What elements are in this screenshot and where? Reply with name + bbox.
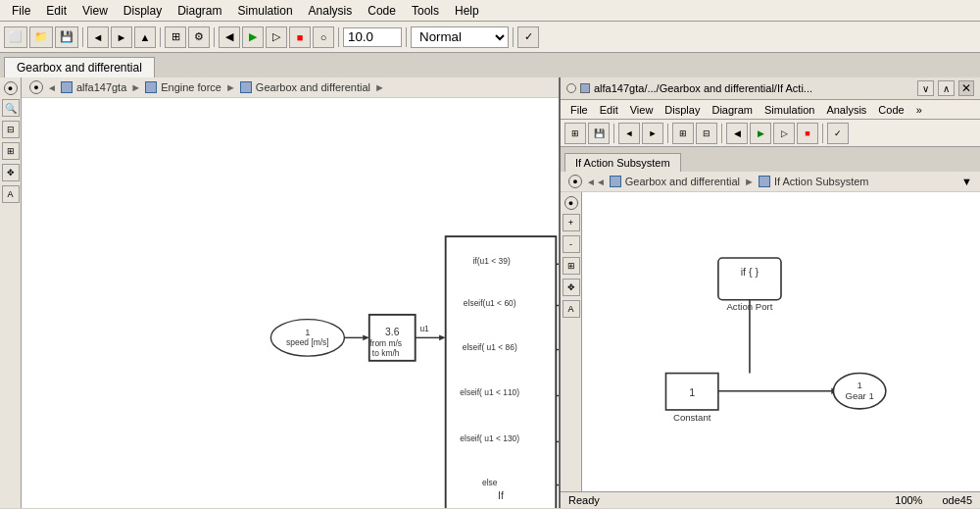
popup-breadcrumb-gearbox[interactable]: Gearbox and differential: [625, 176, 740, 187]
popup-menu-code[interactable]: Code: [872, 103, 909, 117]
popup-tb-back[interactable]: ◄: [618, 123, 640, 144]
popup-menu-more[interactable]: »: [910, 103, 928, 117]
nav-circle[interactable]: ●: [4, 81, 18, 95]
breadcrumb-engine-force[interactable]: Engine force: [161, 81, 221, 93]
menu-help[interactable]: Help: [447, 2, 487, 20]
menu-view[interactable]: View: [74, 2, 116, 20]
popup-statusbar: Ready 100% ode45: [561, 491, 980, 508]
breadcrumb-icon-3: [240, 81, 252, 93]
menu-file[interactable]: File: [4, 2, 38, 20]
text-btn[interactable]: A: [2, 185, 20, 203]
popup-icon-circle: [566, 83, 576, 93]
zoom-out-btn[interactable]: ⊟: [2, 121, 20, 138]
svg-text:to km/h: to km/h: [372, 348, 400, 358]
menu-tools[interactable]: Tools: [404, 2, 447, 20]
settings-button[interactable]: ⚙: [188, 26, 210, 48]
open-button[interactable]: 📁: [29, 26, 53, 48]
menu-diagram[interactable]: Diagram: [170, 2, 229, 20]
popup-tb-step[interactable]: ▷: [773, 123, 795, 144]
menu-display[interactable]: Display: [116, 2, 170, 20]
step-button[interactable]: ▷: [266, 26, 287, 48]
svg-rect-56: [718, 258, 781, 300]
menu-simulation[interactable]: Simulation: [230, 2, 301, 20]
separator-4: [338, 27, 339, 47]
popup-menu-edit[interactable]: Edit: [594, 103, 624, 117]
popup-status-ready: Ready: [568, 494, 600, 506]
forward-button[interactable]: ►: [111, 26, 132, 48]
popup-toolbar: ⊞ 💾 ◄ ► ⊞ ⊟ ◀ ▶ ▷ ■ ✓: [561, 120, 980, 147]
pause-button[interactable]: ○: [313, 26, 334, 48]
popup-breadcrumb-if-action[interactable]: If Action Subsystem: [774, 176, 869, 187]
svg-text:elseif( u1 < 86): elseif( u1 < 86): [463, 342, 517, 352]
mode-select[interactable]: Normal: [411, 26, 509, 48]
popup-sep-4: [822, 124, 823, 143]
left-sidebar: ● 🔍 ⊟ ⊞ ✥ A: [0, 77, 22, 508]
popup-breadcrumb: ● ◄◄ Gearbox and differential ► If Actio…: [561, 172, 980, 192]
menu-edit[interactable]: Edit: [38, 2, 74, 20]
popup-tb-fwd[interactable]: ►: [642, 123, 663, 144]
new-button[interactable]: ⬜: [4, 26, 27, 48]
popup-tb-zoom[interactable]: ⊞: [564, 123, 586, 144]
run-button[interactable]: ▶: [242, 26, 264, 48]
popup-text[interactable]: A: [563, 300, 580, 318]
popup-window: alfa147gta/.../Gearbox and differential/…: [559, 77, 980, 508]
main-tab[interactable]: Gearbox and differential: [4, 57, 155, 77]
menu-analysis[interactable]: Analysis: [301, 2, 361, 20]
popup-svg: if { } Action Port 1 Constant 1: [582, 192, 980, 491]
up-button[interactable]: ▲: [134, 26, 156, 48]
popup-menu-simulation[interactable]: Simulation: [759, 103, 820, 117]
breadcrumb-alfa147gta[interactable]: alfa147gta: [76, 81, 126, 93]
zoom-in-btn[interactable]: 🔍: [2, 99, 20, 117]
separator-2: [160, 27, 161, 47]
fit-btn[interactable]: ⊞: [2, 142, 20, 160]
menu-code[interactable]: Code: [360, 2, 404, 20]
popup-tab-if-action[interactable]: If Action Subsystem: [564, 153, 681, 172]
popup-sep-1: [613, 124, 614, 143]
popup-tb-play[interactable]: ▶: [750, 123, 771, 144]
svg-text:elseif(u1 < 60): elseif(u1 < 60): [464, 298, 516, 308]
popup-tb-copy2[interactable]: ⊟: [696, 123, 717, 144]
svg-text:Gear 1: Gear 1: [845, 390, 873, 401]
popup-titlebar: alfa147gta/.../Gearbox and differential/…: [561, 77, 980, 100]
popup-zoom-in[interactable]: +: [563, 214, 580, 231]
popup-title: alfa147gta/.../Gearbox and differential/…: [594, 82, 812, 94]
svg-text:else: else: [482, 478, 498, 487]
popup-sep-3: [721, 124, 722, 143]
svg-text:from m/s: from m/s: [369, 338, 402, 348]
popup-pan[interactable]: ✥: [563, 279, 580, 296]
popup-menu-file[interactable]: File: [564, 103, 594, 117]
check-button[interactable]: ✓: [517, 26, 539, 48]
popup-close-button[interactable]: ✕: [958, 80, 974, 96]
popup-menu-diagram[interactable]: Diagram: [706, 103, 759, 117]
popup-menu-analysis[interactable]: Analysis: [820, 103, 872, 117]
popup-min-button[interactable]: ∨: [917, 80, 934, 96]
popup-menu-view[interactable]: View: [624, 103, 660, 117]
popup-fit[interactable]: ⊞: [563, 257, 580, 275]
popup-nav-circle[interactable]: ●: [568, 175, 582, 188]
popup-breadcrumb-icon-2: [759, 176, 770, 187]
popup-sep-2: [667, 124, 668, 143]
svg-text:elseif( u1 < 110): elseif( u1 < 110): [460, 387, 519, 397]
popup-tb-back2[interactable]: ◀: [726, 123, 748, 144]
popup-tb-copy[interactable]: ⊞: [672, 123, 694, 144]
popup-content: ● + - ⊞ ✥ A if { } Action Port: [561, 192, 980, 491]
stop-button[interactable]: ■: [289, 26, 311, 48]
save-button[interactable]: 💾: [55, 26, 78, 48]
popup-sidebar-circle[interactable]: ●: [564, 196, 578, 210]
copy-button[interactable]: ⊞: [165, 26, 186, 48]
popup-tb-check[interactable]: ✓: [827, 123, 849, 144]
sim-time-input[interactable]: [343, 27, 402, 47]
popup-tb-save[interactable]: 💾: [588, 123, 610, 144]
breadcrumb-nav[interactable]: ●: [29, 80, 43, 94]
separator-1: [82, 27, 83, 47]
svg-text:elseif( u1 < 130): elseif( u1 < 130): [460, 433, 519, 443]
popup-tb-stop[interactable]: ■: [797, 123, 818, 144]
start-button[interactable]: ◀: [219, 26, 240, 48]
breadcrumb-gearbox[interactable]: Gearbox and differential: [256, 81, 370, 93]
back-button[interactable]: ◄: [87, 26, 109, 48]
popup-expand-button[interactable]: ∧: [938, 80, 955, 96]
popup-zoom-out[interactable]: -: [563, 235, 580, 253]
toolbar: ⬜ 📁 💾 ◄ ► ▲ ⊞ ⚙ ◀ ▶ ▷ ■ ○ Normal ✓: [0, 22, 980, 53]
popup-menu-display[interactable]: Display: [659, 103, 706, 117]
pan-btn[interactable]: ✥: [2, 164, 20, 181]
